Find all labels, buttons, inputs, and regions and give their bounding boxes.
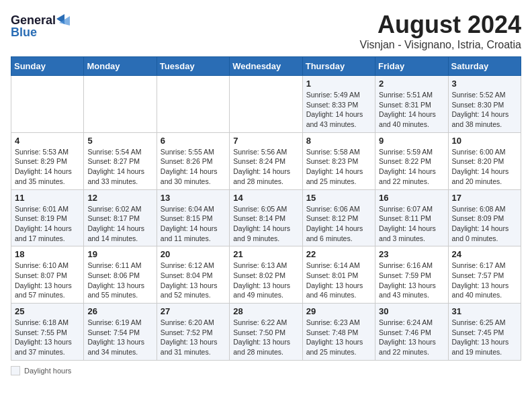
calendar-cell-w5-d5: 30Sunrise: 6:24 AM Sunset: 7:46 PM Dayli… xyxy=(375,304,448,361)
header-sunday: Sunday xyxy=(11,57,84,76)
logo-svg: General Blue xyxy=(11,11,71,40)
calendar-cell-w3-d5: 16Sunrise: 6:07 AM Sunset: 8:11 PM Dayli… xyxy=(375,189,448,246)
day-info-27: Sunrise: 6:20 AM Sunset: 7:52 PM Dayligh… xyxy=(161,318,226,357)
day-info-22: Sunrise: 6:14 AM Sunset: 8:01 PM Dayligh… xyxy=(306,261,371,300)
day-info-21: Sunrise: 6:13 AM Sunset: 8:02 PM Dayligh… xyxy=(233,261,298,300)
day-info-16: Sunrise: 6:07 AM Sunset: 8:11 PM Dayligh… xyxy=(379,204,444,244)
day-number-3: 3 xyxy=(452,79,517,89)
day-number-13: 13 xyxy=(161,193,226,203)
calendar-week-2: 4Sunrise: 5:53 AM Sunset: 8:29 PM Daylig… xyxy=(11,132,521,189)
calendar-cell-w3-d3: 14Sunrise: 6:05 AM Sunset: 8:14 PM Dayli… xyxy=(230,189,302,246)
calendar-cell-w2-d4: 8Sunrise: 5:58 AM Sunset: 8:23 PM Daylig… xyxy=(302,132,375,189)
header-saturday: Saturday xyxy=(448,57,521,76)
calendar-week-3: 11Sunrise: 6:01 AM Sunset: 8:19 PM Dayli… xyxy=(11,189,521,246)
footer-box-icon xyxy=(11,366,20,375)
logo: General Blue xyxy=(11,11,71,40)
day-info-15: Sunrise: 6:06 AM Sunset: 8:12 PM Dayligh… xyxy=(306,204,371,244)
day-number-6: 6 xyxy=(161,136,226,146)
day-number-29: 29 xyxy=(306,306,371,316)
day-number-1: 1 xyxy=(306,79,371,89)
title-section: August 2024 Visnjan - Visignano, Istria,… xyxy=(360,11,521,51)
day-number-21: 21 xyxy=(233,249,298,259)
day-info-19: Sunrise: 6:11 AM Sunset: 8:06 PM Dayligh… xyxy=(87,261,152,300)
svg-text:Blue: Blue xyxy=(11,26,37,39)
calendar-cell-w3-d4: 15Sunrise: 6:06 AM Sunset: 8:12 PM Dayli… xyxy=(302,189,375,246)
calendar-cell-w2-d0: 4Sunrise: 5:53 AM Sunset: 8:29 PM Daylig… xyxy=(11,132,84,189)
day-info-8: Sunrise: 5:58 AM Sunset: 8:23 PM Dayligh… xyxy=(306,147,371,187)
calendar-cell-w4-d6: 24Sunrise: 6:17 AM Sunset: 7:57 PM Dayli… xyxy=(448,246,521,304)
day-info-17: Sunrise: 6:08 AM Sunset: 8:09 PM Dayligh… xyxy=(452,204,517,244)
calendar-cell-w5-d4: 29Sunrise: 6:23 AM Sunset: 7:48 PM Dayli… xyxy=(302,304,375,361)
calendar-week-4: 18Sunrise: 6:10 AM Sunset: 8:07 PM Dayli… xyxy=(11,246,521,304)
day-number-30: 30 xyxy=(379,306,444,316)
day-number-10: 10 xyxy=(452,136,517,146)
calendar-cell-w1-d1 xyxy=(84,76,157,133)
day-info-30: Sunrise: 6:24 AM Sunset: 7:46 PM Dayligh… xyxy=(379,318,444,357)
calendar-cell-w3-d1: 12Sunrise: 6:02 AM Sunset: 8:17 PM Dayli… xyxy=(84,189,157,246)
day-info-11: Sunrise: 6:01 AM Sunset: 8:19 PM Dayligh… xyxy=(15,204,80,244)
day-info-7: Sunrise: 5:56 AM Sunset: 8:24 PM Dayligh… xyxy=(233,147,298,187)
day-number-20: 20 xyxy=(161,249,226,259)
day-number-17: 17 xyxy=(452,193,517,203)
day-info-1: Sunrise: 5:49 AM Sunset: 8:33 PM Dayligh… xyxy=(306,90,371,130)
calendar-cell-w4-d3: 21Sunrise: 6:13 AM Sunset: 8:02 PM Dayli… xyxy=(230,246,302,304)
day-number-8: 8 xyxy=(306,136,371,146)
calendar-cell-w1-d5: 2Sunrise: 5:51 AM Sunset: 8:31 PM Daylig… xyxy=(375,76,448,133)
calendar-subtitle: Visnjan - Visignano, Istria, Croatia xyxy=(360,39,521,51)
day-number-9: 9 xyxy=(379,136,444,146)
calendar-cell-w5-d2: 27Sunrise: 6:20 AM Sunset: 7:52 PM Dayli… xyxy=(157,304,229,361)
calendar-cell-w2-d2: 6Sunrise: 5:55 AM Sunset: 8:26 PM Daylig… xyxy=(157,132,229,189)
day-number-26: 26 xyxy=(87,306,152,316)
day-number-31: 31 xyxy=(452,306,517,316)
header-friday: Friday xyxy=(375,57,448,76)
day-info-5: Sunrise: 5:54 AM Sunset: 8:27 PM Dayligh… xyxy=(87,147,152,187)
day-info-23: Sunrise: 6:16 AM Sunset: 7:59 PM Dayligh… xyxy=(379,261,444,300)
calendar-title: August 2024 xyxy=(360,11,521,39)
day-info-6: Sunrise: 5:55 AM Sunset: 8:26 PM Dayligh… xyxy=(161,147,226,187)
day-info-3: Sunrise: 5:52 AM Sunset: 8:30 PM Dayligh… xyxy=(452,90,517,130)
day-number-15: 15 xyxy=(306,193,371,203)
header-monday: Monday xyxy=(84,57,157,76)
calendar-cell-w2-d6: 10Sunrise: 6:00 AM Sunset: 8:20 PM Dayli… xyxy=(448,132,521,189)
calendar-cell-w5-d3: 28Sunrise: 6:22 AM Sunset: 7:50 PM Dayli… xyxy=(230,304,302,361)
day-info-28: Sunrise: 6:22 AM Sunset: 7:50 PM Dayligh… xyxy=(233,318,298,357)
calendar-cell-w1-d6: 3Sunrise: 5:52 AM Sunset: 8:30 PM Daylig… xyxy=(448,76,521,133)
calendar-cell-w3-d0: 11Sunrise: 6:01 AM Sunset: 8:19 PM Dayli… xyxy=(11,189,84,246)
header-thursday: Thursday xyxy=(302,57,375,76)
calendar-cell-w1-d0 xyxy=(11,76,84,133)
day-info-25: Sunrise: 6:18 AM Sunset: 7:55 PM Dayligh… xyxy=(15,318,80,357)
day-number-28: 28 xyxy=(233,306,298,316)
day-info-12: Sunrise: 6:02 AM Sunset: 8:17 PM Dayligh… xyxy=(87,204,152,244)
calendar-table: Sunday Monday Tuesday Wednesday Thursday… xyxy=(11,56,521,361)
header-wednesday: Wednesday xyxy=(230,57,302,76)
day-info-18: Sunrise: 6:10 AM Sunset: 8:07 PM Dayligh… xyxy=(15,261,80,300)
footer-label: Daylight hours xyxy=(24,367,71,375)
calendar-cell-w4-d0: 18Sunrise: 6:10 AM Sunset: 8:07 PM Dayli… xyxy=(11,246,84,304)
day-info-31: Sunrise: 6:25 AM Sunset: 7:45 PM Dayligh… xyxy=(452,318,517,357)
day-info-29: Sunrise: 6:23 AM Sunset: 7:48 PM Dayligh… xyxy=(306,318,371,357)
calendar-cell-w4-d5: 23Sunrise: 6:16 AM Sunset: 7:59 PM Dayli… xyxy=(375,246,448,304)
calendar-cell-w2-d5: 9Sunrise: 5:59 AM Sunset: 8:22 PM Daylig… xyxy=(375,132,448,189)
day-info-13: Sunrise: 6:04 AM Sunset: 8:15 PM Dayligh… xyxy=(161,204,226,244)
day-number-7: 7 xyxy=(233,136,298,146)
day-info-10: Sunrise: 6:00 AM Sunset: 8:20 PM Dayligh… xyxy=(452,147,517,187)
header-tuesday: Tuesday xyxy=(157,57,229,76)
header: General Blue August 2024 Visnjan - Visig… xyxy=(11,11,521,51)
day-number-14: 14 xyxy=(233,193,298,203)
day-number-2: 2 xyxy=(379,79,444,89)
day-info-4: Sunrise: 5:53 AM Sunset: 8:29 PM Dayligh… xyxy=(15,147,80,187)
calendar-cell-w2-d1: 5Sunrise: 5:54 AM Sunset: 8:27 PM Daylig… xyxy=(84,132,157,189)
day-number-4: 4 xyxy=(15,136,80,146)
day-number-11: 11 xyxy=(15,193,80,203)
calendar-cell-w4-d2: 20Sunrise: 6:12 AM Sunset: 8:04 PM Dayli… xyxy=(157,246,229,304)
day-number-27: 27 xyxy=(161,306,226,316)
calendar-cell-w3-d2: 13Sunrise: 6:04 AM Sunset: 8:15 PM Dayli… xyxy=(157,189,229,246)
calendar-cell-w3-d6: 17Sunrise: 6:08 AM Sunset: 8:09 PM Dayli… xyxy=(448,189,521,246)
day-number-18: 18 xyxy=(15,249,80,259)
calendar-header-row: Sunday Monday Tuesday Wednesday Thursday… xyxy=(11,57,521,76)
calendar-cell-w5-d6: 31Sunrise: 6:25 AM Sunset: 7:45 PM Dayli… xyxy=(448,304,521,361)
day-number-19: 19 xyxy=(87,249,152,259)
day-number-23: 23 xyxy=(379,249,444,259)
calendar-cell-w2-d3: 7Sunrise: 5:56 AM Sunset: 8:24 PM Daylig… xyxy=(230,132,302,189)
day-number-16: 16 xyxy=(379,193,444,203)
